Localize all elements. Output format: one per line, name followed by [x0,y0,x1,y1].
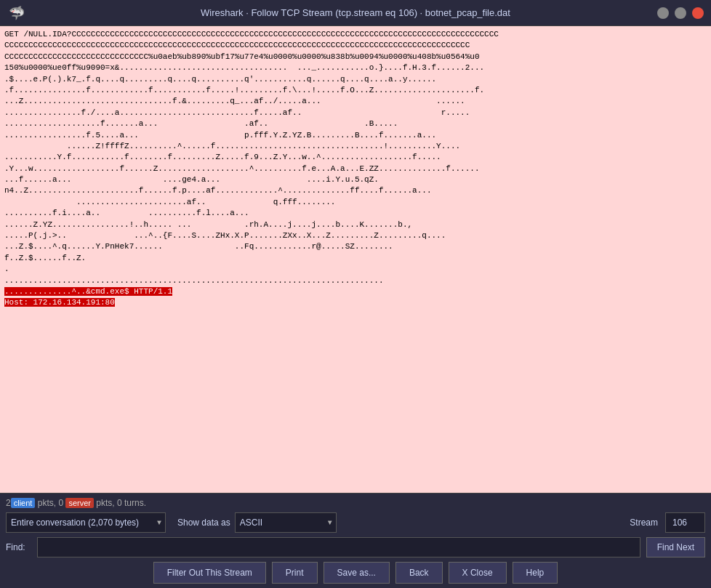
ascii-select-wrapper: ASCII [235,512,337,533]
stats-line: 2client pkts, 0 server pkts, 0 turns. [6,498,705,508]
window-controls [657,7,704,19]
stream-number-input[interactable] [665,512,705,533]
close-window-button[interactable] [692,7,704,19]
back-button[interactable]: Back [395,562,443,584]
client-count: 2 [6,498,11,508]
find-input[interactable] [37,537,640,557]
print-button[interactable]: Print [272,562,318,584]
stats-suffix: pkts, 0 turns. [96,498,146,508]
ascii-select[interactable]: ASCII [235,512,337,533]
server-badge: server [65,498,94,508]
conversation-select[interactable]: Entire conversation (2,070 bytes) [6,512,166,533]
minimize-button[interactable] [657,7,669,19]
host-line: Host: 172.16.134.191:80 [4,298,115,307]
maximize-button[interactable] [675,7,686,19]
action-buttons-row: Filter Out This Stream Print Save as... … [6,562,705,584]
find-label: Find: [6,542,31,552]
save-as-button[interactable]: Save as... [324,562,390,584]
close-button[interactable]: X Close [449,562,507,584]
filter-out-button[interactable]: Filter Out This Stream [153,562,266,584]
find-next-button[interactable]: Find Next [646,537,705,557]
conversation-select-wrapper: Entire conversation (2,070 bytes) [6,512,166,533]
client-badge: client [11,498,36,508]
stream-label: Stream [630,517,658,528]
show-data-label: Show data as [177,517,230,528]
wireshark-logo: 🦈 [9,5,25,21]
window-title: Wireshark · Follow TCP Stream (tcp.strea… [201,7,510,18]
main-content: GET /NULL.IDA?CCCCCCCCCCCCCCCCCCCCCCCCCC… [0,26,711,588]
help-button[interactable]: Help [513,562,558,584]
find-row: Find: Find Next [6,537,705,557]
controls-row: Entire conversation (2,070 bytes) Show d… [6,512,705,533]
stats-middle: pkts, 0 [38,498,63,508]
highlighted-line: ..............^..&cmd.exe$ HTTP/1.1 [4,287,172,296]
bottom-section: 2client pkts, 0 server pkts, 0 turns. En… [0,493,711,588]
stream-display[interactable]: GET /NULL.IDA?CCCCCCCCCCCCCCCCCCCCCCCCCC… [0,26,711,493]
titlebar: 🦈 Wireshark · Follow TCP Stream (tcp.str… [0,0,711,26]
